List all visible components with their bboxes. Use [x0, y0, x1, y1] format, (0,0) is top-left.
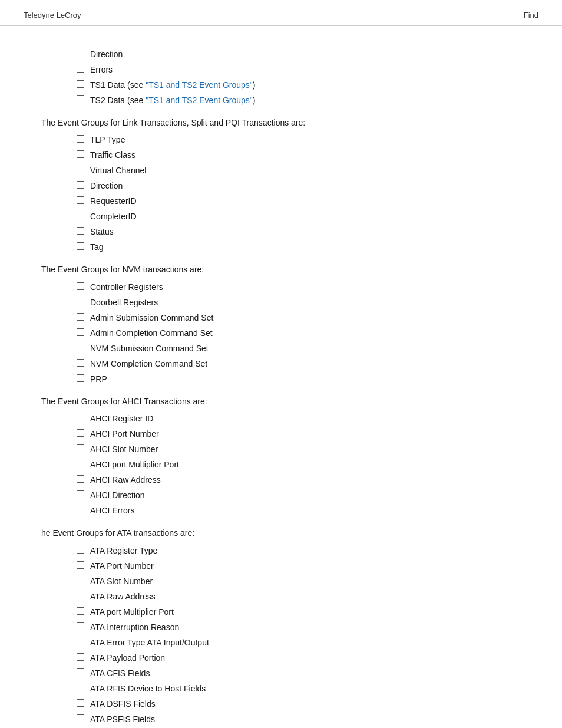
- list-item: TS1 Data (see "TS1 and TS2 Event Groups"…: [77, 79, 521, 91]
- ts1-link[interactable]: "TS1 and TS2 Event Groups": [146, 80, 253, 90]
- ts2-link[interactable]: "TS1 and TS2 Event Groups": [146, 95, 253, 105]
- checkbox-icon: [77, 212, 84, 219]
- checkbox-icon: [77, 638, 84, 645]
- list-item: ATA Interruption Reason: [77, 621, 521, 634]
- checkbox-icon: [77, 150, 84, 158]
- checkbox-icon: [77, 622, 84, 630]
- list-item: AHCI Direction: [77, 489, 521, 502]
- checkbox-icon: [77, 95, 84, 103]
- list-item: AHCI port Multiplier Port: [77, 459, 521, 471]
- checkbox-icon: [77, 684, 84, 691]
- ata-transactions-list: ATA Register Type ATA Port Number ATA Sl…: [77, 545, 521, 728]
- checkbox-icon: [77, 50, 84, 57]
- list-item: ATA Port Number: [77, 560, 521, 572]
- list-item: ATA DSFIS Fields: [77, 698, 521, 710]
- list-item: AHCI Register ID: [77, 413, 521, 425]
- checkbox-icon: [77, 475, 84, 483]
- checkbox-icon: [77, 344, 84, 351]
- checkbox-icon: [77, 607, 84, 615]
- checkbox-icon: [77, 242, 84, 250]
- list-item: ATA PSFIS Fields: [77, 713, 521, 726]
- checkbox-icon: [77, 328, 84, 336]
- nvm-transactions-list: Controller Registers Doorbell Registers …: [77, 281, 521, 386]
- checkbox-icon: [77, 80, 84, 88]
- checkbox-icon: [77, 561, 84, 569]
- list-item: RequesterID: [77, 195, 521, 207]
- checkbox-icon: [77, 414, 84, 421]
- checkbox-icon: [77, 490, 84, 498]
- list-item: ATA RFIS Device to Host Fields: [77, 683, 521, 695]
- checkbox-icon: [77, 546, 84, 554]
- ata-transactions-section: he Event Groups for ATA transactions are…: [41, 526, 521, 728]
- list-item: NVM Completion Command Set: [77, 358, 521, 370]
- list-item: Errors: [77, 64, 521, 76]
- list-item: AHCI Port Number: [77, 428, 521, 440]
- list-item: Direction: [77, 180, 521, 192]
- checkbox-icon: [77, 429, 84, 437]
- list-item: AHCI Errors: [77, 505, 521, 517]
- checkbox-icon: [77, 166, 84, 173]
- list-item: ATA Payload Portion: [77, 652, 521, 664]
- ata-transactions-intro: he Event Groups for ATA transactions are…: [41, 526, 521, 539]
- list-item: NVM Submission Command Set: [77, 342, 521, 355]
- checkbox-icon: [77, 374, 84, 382]
- header-left: Teledyne LeCroy: [24, 11, 81, 19]
- checkbox-icon: [77, 668, 84, 676]
- checkbox-icon: [77, 359, 84, 367]
- header-right: Find: [524, 11, 538, 19]
- nvm-transactions-intro: The Event Groups for NVM transactions ar…: [41, 263, 521, 276]
- checkbox-icon: [77, 577, 84, 584]
- list-item: ATA Error Type ATA Input/Output: [77, 637, 521, 649]
- list-item: Traffic Class: [77, 149, 521, 162]
- ahci-transactions-intro: The Event Groups for AHCI Transactions a…: [41, 395, 521, 408]
- list-item: PRP: [77, 373, 521, 386]
- list-item: Virtual Channel: [77, 164, 521, 177]
- list-item: TLP Type: [77, 134, 521, 146]
- intro-list: Direction Errors TS1 Data (see "TS1 and …: [77, 48, 521, 107]
- checkbox-icon: [77, 653, 84, 661]
- page-content: Direction Errors TS1 Data (see "TS1 and …: [0, 26, 562, 728]
- list-item: AHCI Raw Address: [77, 474, 521, 486]
- list-item: AHCI Slot Number: [77, 443, 521, 456]
- checkbox-icon: [77, 298, 84, 305]
- checkbox-icon: [77, 282, 84, 290]
- checkbox-icon: [77, 460, 84, 467]
- checkbox-icon: [77, 699, 84, 707]
- list-item: Tag: [77, 241, 521, 253]
- checkbox-icon: [77, 592, 84, 599]
- list-item: Admin Completion Command Set: [77, 327, 521, 340]
- checkbox-icon: [77, 313, 84, 321]
- checkbox-icon: [77, 444, 84, 452]
- list-item: Doorbell Registers: [77, 297, 521, 309]
- list-item: ATA CFIS Fields: [77, 667, 521, 680]
- list-item: ATA Register Type: [77, 545, 521, 557]
- checkbox-icon: [77, 135, 84, 143]
- checkbox-icon: [77, 65, 84, 73]
- checkbox-icon: [77, 714, 84, 722]
- link-transactions-list: TLP Type Traffic Class Virtual Channel D…: [77, 134, 521, 253]
- nvm-transactions-section: The Event Groups for NVM transactions ar…: [41, 263, 521, 385]
- list-item: ATA Raw Address: [77, 591, 521, 603]
- page-header: Teledyne LeCroy Find: [0, 0, 562, 26]
- list-item: Admin Submission Command Set: [77, 312, 521, 324]
- list-item: Status: [77, 226, 521, 238]
- list-item: CompleterID: [77, 210, 521, 223]
- ahci-transactions-section: The Event Groups for AHCI Transactions a…: [41, 395, 521, 517]
- checkbox-icon: [77, 506, 84, 513]
- list-item: Direction: [77, 48, 521, 61]
- checkbox-icon: [77, 227, 84, 235]
- list-item: TS2 Data (see "TS1 and TS2 Event Groups"…: [77, 94, 521, 107]
- checkbox-icon: [77, 196, 84, 204]
- ahci-transactions-list: AHCI Register ID AHCI Port Number AHCI S…: [77, 413, 521, 517]
- list-item: ATA Slot Number: [77, 575, 521, 588]
- checkbox-icon: [77, 181, 84, 189]
- list-item: Controller Registers: [77, 281, 521, 294]
- list-item: ATA port Multiplier Port: [77, 606, 521, 618]
- link-transactions-section: The Event Groups for Link Transactions, …: [41, 116, 521, 253]
- link-transactions-intro: The Event Groups for Link Transactions, …: [41, 116, 521, 129]
